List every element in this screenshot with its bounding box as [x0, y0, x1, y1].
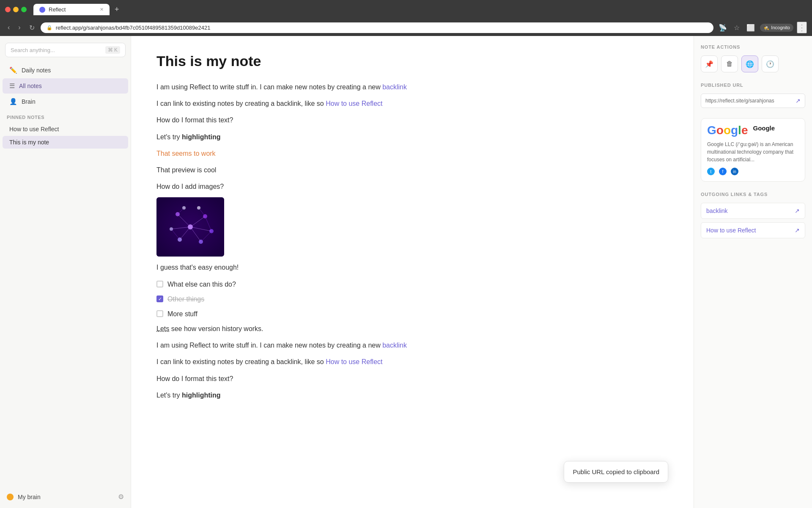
outgoing-links-label: OUTGOING LINKS & TAGS	[701, 192, 805, 197]
note-actions-toolbar: 📌 🗑 🌐 🕐	[701, 55, 805, 72]
browser-actions: 📡 ☆ ⬜ 🕵 Incognito ⋮	[717, 22, 807, 33]
note-title: This is my note	[156, 53, 668, 69]
pinned-item-this-is-my-note[interactable]: This is my note	[3, 136, 128, 149]
published-url-section: PUBLISHED URL https://reflect.site/g/sar…	[701, 83, 805, 108]
tab-bar: Reflect ✕ +	[33, 3, 123, 16]
sidebar-item-label: All notes	[19, 83, 42, 89]
checklist-item-2: Other things	[156, 293, 668, 305]
checkbox-1[interactable]	[156, 281, 163, 287]
note-paragraph: I am using Reflect to write stuff in. I …	[156, 340, 668, 351]
twitter-icon[interactable]: t	[707, 168, 715, 175]
sidebar-item-brain[interactable]: 👤 Brain	[3, 94, 128, 109]
note-paragraph: I can link to existing notes by creating…	[156, 98, 668, 109]
traffic-lights	[5, 7, 27, 12]
facebook-icon[interactable]: f	[719, 168, 727, 175]
highlighted-text-2: highlighting	[182, 392, 221, 399]
note-actions-label: NOTE ACTIONS	[701, 44, 805, 50]
sidebar: Search anything... ⌘ K ✏️ Daily notes ☰ …	[0, 36, 131, 508]
maximize-button[interactable]	[21, 7, 27, 12]
linkedin-icon[interactable]: in	[731, 168, 738, 175]
share-icon: 🌐	[746, 60, 754, 68]
network-graph-svg	[156, 197, 224, 257]
bookmark-button[interactable]: ☆	[732, 22, 741, 33]
sidebar-item-daily-notes[interactable]: ✏️ Daily notes	[3, 63, 128, 78]
note-paragraph: I am using Reflect to write stuff in. I …	[156, 81, 668, 93]
checklist-label-3: More stuff	[167, 308, 198, 320]
incognito-label: Incognito	[771, 25, 790, 30]
sidebar-button[interactable]: ⬜	[745, 22, 757, 33]
note-paragraph: I can link to existing notes by creating…	[156, 356, 668, 367]
incognito-icon: 🕵	[763, 25, 769, 30]
how-to-use-link-2[interactable]: How to use Reflect	[326, 358, 382, 365]
google-card-header: Google Google	[707, 124, 799, 136]
note-paragraph: That preview is cool	[156, 164, 668, 176]
trash-icon: 🗑	[726, 60, 733, 68]
browser-chrome: Reflect ✕ + ‹ › ↻ 🔒 reflect.app/g/sarahj…	[0, 0, 812, 36]
brain-icon: 👤	[9, 98, 17, 105]
copy-url-button[interactable]: ↗	[796, 97, 801, 104]
checkbox-2[interactable]	[156, 295, 163, 302]
search-bar[interactable]: Search anything... ⌘ K	[5, 43, 126, 57]
search-placeholder: Search anything...	[11, 47, 55, 53]
pinned-item-how-to-use[interactable]: How to use Reflect	[3, 123, 128, 135]
checklist-label-2: Other things	[167, 293, 204, 305]
new-tab-button[interactable]: +	[111, 3, 123, 16]
outgoing-link-text: How to use Reflect	[706, 227, 756, 234]
outgoing-link-text: backlink	[706, 207, 728, 214]
app-container: Search anything... ⌘ K ✏️ Daily notes ☰ …	[0, 36, 812, 508]
outgoing-link-arrow: ↗	[795, 227, 800, 234]
checklist-item-3: More stuff	[156, 308, 668, 320]
outgoing-links-section: OUTGOING LINKS & TAGS backlink ↗ How to …	[701, 192, 805, 238]
outgoing-link-how-to-use[interactable]: How to use Reflect ↗	[701, 222, 805, 238]
search-shortcut: ⌘ K	[105, 46, 120, 54]
share-button[interactable]: 🌐	[741, 55, 758, 72]
tab-favicon	[39, 7, 45, 13]
right-panel: NOTE ACTIONS 📌 🗑 🌐 🕐 PUBLISHED URL https…	[694, 36, 812, 508]
pinned-item-label: How to use Reflect	[9, 126, 59, 133]
toast-notification: Public URL copied to clipboard	[564, 461, 668, 483]
google-card-title: Google	[753, 124, 775, 132]
forward-button[interactable]: ›	[16, 22, 23, 33]
note-paragraph: Lets see how version history works.	[156, 323, 668, 334]
sidebar-item-label: Daily notes	[22, 67, 51, 74]
close-button[interactable]	[5, 7, 11, 12]
google-card-description: Google LLC (/ˈɡuːɡəl/) is an American mu…	[707, 141, 799, 163]
pin-button[interactable]: 📌	[701, 55, 718, 72]
settings-button[interactable]: ⚙	[118, 493, 124, 501]
underline-text: Lets	[156, 325, 169, 332]
google-card: Google Google Google LLC (/ˈɡuːɡəl/) is …	[701, 118, 805, 182]
outgoing-link-backlink[interactable]: backlink ↗	[701, 203, 805, 219]
published-url-label: PUBLISHED URL	[701, 83, 805, 88]
note-paragraph: Let's try highlighting	[156, 131, 668, 143]
backlink-link-2[interactable]: backlink	[382, 342, 407, 349]
refresh-button[interactable]: ↻	[27, 22, 37, 33]
active-tab[interactable]: Reflect ✕	[33, 4, 110, 15]
google-logo: Google	[707, 124, 748, 136]
checkbox-3[interactable]	[156, 310, 163, 317]
note-paragraph: How do I format this text?	[156, 373, 668, 384]
pinned-item-label: This is my note	[9, 139, 49, 146]
delete-button[interactable]: 🗑	[721, 55, 738, 72]
toast-message: Public URL copied to clipboard	[573, 468, 659, 475]
browser-titlebar: Reflect ✕ +	[0, 0, 812, 19]
minimize-button[interactable]	[13, 7, 19, 12]
lock-icon: 🔒	[47, 25, 52, 30]
sidebar-footer: My brain ⚙	[0, 488, 131, 506]
address-bar[interactable]: 🔒 reflect.app/g/sarahjonas/bd4fb7c0510f4…	[41, 22, 714, 33]
back-button[interactable]: ‹	[5, 22, 12, 33]
brain-dot	[7, 494, 14, 500]
note-paragraph: How do I format this text?	[156, 114, 668, 126]
that-seems-link[interactable]: That seems to work	[156, 150, 216, 157]
checklist-label-1: What else can this do?	[167, 279, 236, 290]
tab-close-button[interactable]: ✕	[100, 7, 104, 12]
sidebar-item-label: Brain	[22, 98, 36, 105]
history-button[interactable]: 🕐	[762, 55, 779, 72]
url-text: https://reflect.site/g/sarahjonas	[705, 98, 792, 104]
main-content: This is my note I am using Reflect to wr…	[131, 36, 694, 508]
sidebar-item-all-notes[interactable]: ☰ All notes	[3, 78, 128, 94]
backlink-link[interactable]: backlink	[382, 83, 407, 91]
how-to-use-link[interactable]: How to use Reflect	[326, 100, 382, 107]
cast-button[interactable]: 📡	[717, 22, 729, 33]
outgoing-link-arrow: ↗	[795, 207, 800, 214]
overflow-menu-button[interactable]: ⋮	[797, 22, 807, 33]
